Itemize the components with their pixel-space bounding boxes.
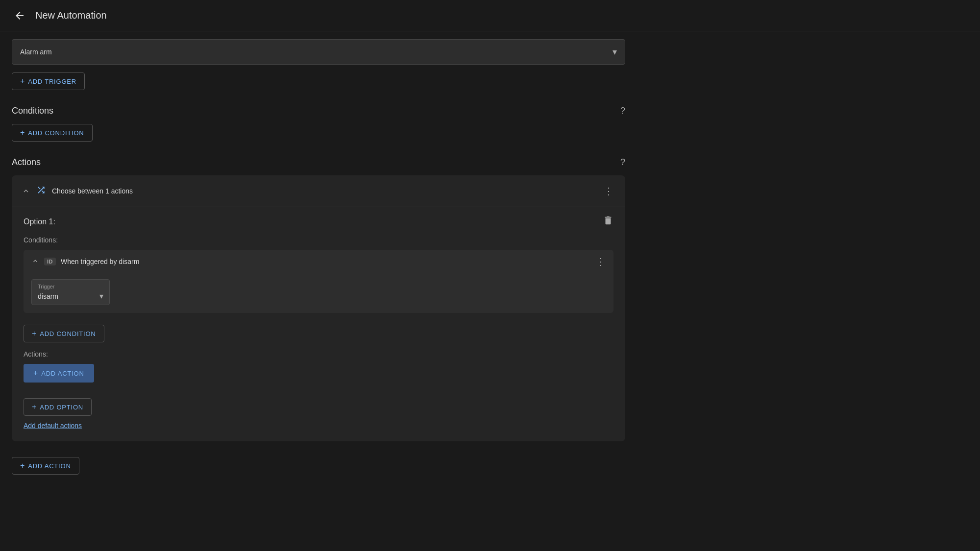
condition-menu-button[interactable]: ⋮ bbox=[596, 256, 606, 267]
plus-icon: + bbox=[20, 77, 25, 86]
option1-header: Option 1: bbox=[24, 215, 613, 228]
add-action-bottom-button[interactable]: + ADD ACTION bbox=[12, 457, 79, 475]
add-default-actions-link[interactable]: Add default actions bbox=[24, 422, 82, 430]
add-condition-inside-button[interactable]: + ADD CONDITION bbox=[24, 325, 104, 342]
dropdown-arrow-icon: ▾ bbox=[612, 47, 617, 57]
condition-collapse-button[interactable] bbox=[31, 257, 39, 266]
actions-card: Choose between 1 actions ⋮ Option 1: Con… bbox=[12, 175, 625, 441]
actions-inner-label: Actions: bbox=[24, 350, 613, 358]
choose-between-row: Choose between 1 actions ⋮ bbox=[12, 175, 625, 207]
shuffle-icon bbox=[36, 185, 46, 197]
add-option-button[interactable]: + ADD OpTion bbox=[24, 398, 92, 416]
trigger-value: disarm bbox=[38, 292, 58, 300]
plus-icon-5: + bbox=[32, 403, 37, 411]
plus-icon-6: + bbox=[20, 461, 25, 470]
condition-card-header: ID When triggered by disarm ⋮ bbox=[24, 250, 613, 273]
condition-body: Trigger disarm ▾ bbox=[24, 273, 613, 313]
option1-content: Option 1: Conditions: ID bbox=[12, 207, 625, 441]
add-trigger-label: ADD TRIGGER bbox=[28, 78, 76, 85]
alarm-arm-section: Alarm arm ▾ bbox=[12, 39, 625, 65]
actions-section-header: Actions ? bbox=[12, 157, 625, 168]
add-action-primary-label: ADD ACTION bbox=[41, 370, 84, 377]
conditions-section-header: Conditions ? bbox=[12, 106, 625, 116]
plus-icon-2: + bbox=[20, 128, 25, 137]
option1-title: Option 1: bbox=[24, 217, 55, 226]
add-default-actions-label: Add default actions bbox=[24, 422, 82, 430]
add-trigger-button[interactable]: + ADD TRIGGER bbox=[12, 72, 85, 90]
trigger-value-row: disarm ▾ bbox=[38, 291, 103, 301]
actions-title: Actions bbox=[12, 157, 41, 168]
trigger-dropdown-arrow-icon: ▾ bbox=[99, 291, 103, 301]
actions-help-icon[interactable]: ? bbox=[620, 157, 625, 168]
main-content: Alarm arm ▾ + ADD TRIGGER Conditions ? +… bbox=[0, 39, 637, 494]
choose-between-text: Choose between 1 actions bbox=[52, 187, 596, 195]
choose-between-menu-button[interactable]: ⋮ bbox=[602, 183, 615, 199]
trigger-dropdown[interactable]: Trigger disarm ▾ bbox=[31, 279, 110, 305]
add-option-row: + ADD OpTion bbox=[24, 390, 613, 416]
alarm-arm-dropdown[interactable]: Alarm arm ▾ bbox=[12, 39, 625, 65]
trigger-label: Trigger bbox=[38, 284, 103, 289]
add-action-bottom-label: ADD ACTION bbox=[28, 462, 71, 470]
conditions-inner-label: Conditions: bbox=[24, 236, 613, 244]
condition-id-badge: ID bbox=[44, 258, 56, 265]
add-option-label: ADD OpTion bbox=[40, 404, 83, 411]
option1-delete-button[interactable] bbox=[603, 215, 613, 228]
add-action-primary-button[interactable]: + ADD ACTION bbox=[24, 364, 94, 383]
plus-icon-3: + bbox=[32, 329, 37, 338]
condition-card: ID When triggered by disarm ⋮ Trigger di… bbox=[24, 250, 613, 313]
page-title: New Automation bbox=[35, 10, 107, 21]
plus-icon-4: + bbox=[33, 369, 38, 378]
add-condition-top-button[interactable]: + ADD CONDITION bbox=[12, 124, 93, 142]
collapse-button[interactable] bbox=[22, 187, 30, 195]
alarm-arm-value: Alarm arm bbox=[20, 48, 52, 56]
add-condition-inside-label: ADD CONDITION bbox=[40, 330, 96, 337]
back-button[interactable] bbox=[12, 8, 27, 24]
header: New Automation bbox=[0, 0, 980, 31]
conditions-title: Conditions bbox=[12, 106, 53, 116]
add-condition-top-label: ADD CONDITION bbox=[28, 129, 84, 137]
condition-text: When triggered by disarm bbox=[61, 258, 591, 265]
conditions-help-icon[interactable]: ? bbox=[620, 106, 625, 116]
